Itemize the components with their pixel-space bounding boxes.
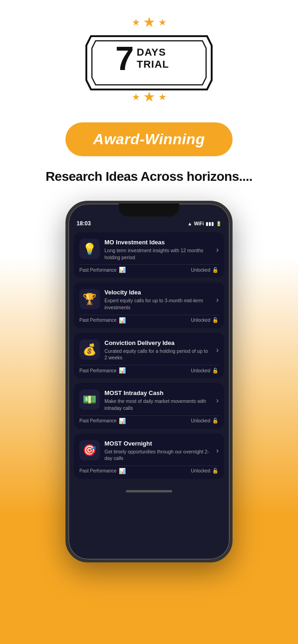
bar-chart-icon-1: 📊 <box>119 267 126 273</box>
badge-section: ★ ★ ★ 7 DAYS TRIAL ★ ★ ★ <box>0 0 298 107</box>
bulb-icon: 💡 <box>83 242 97 255</box>
trial-badge: ★ ★ ★ 7 DAYS TRIAL ★ ★ ★ <box>82 14 216 107</box>
bar-chart-icon-3: 📊 <box>119 367 126 374</box>
unlocked-label-4: Unlocked <box>191 418 210 423</box>
overnight-desc: Get timely opportunities through our ove… <box>104 448 212 462</box>
phone-wrapper: 18:03 ▲ WiFi ▮▮▮ 🔋 💡 MO Investment Ideas… <box>0 201 298 576</box>
conviction-unlocked: Unlocked 🔓 <box>191 368 219 374</box>
mo-investment-title: MO Investment Ideas <box>104 239 212 246</box>
mo-unlocked: Unlocked 🔓 <box>191 267 219 273</box>
unlocked-label-1: Unlocked <box>191 268 210 273</box>
card-overnight[interactable]: 🎯 MOST Overnight Get timely opportunitie… <box>74 434 224 479</box>
intraday-content: MOST Intraday Cash Make the most of dail… <box>104 389 212 411</box>
lock-icon-4: 🔓 <box>212 418 219 424</box>
card-conviction[interactable]: 💰 Conviction Delivery Idea Curated equit… <box>74 333 224 378</box>
signal-icon: ▮▮▮ <box>206 221 214 226</box>
target-icon: 🎯 <box>83 444 97 457</box>
cards-list: 💡 MO Investment Ideas Long term investme… <box>68 229 230 483</box>
star-bottom-center: ★ <box>143 89 155 105</box>
overnight-icon: 🎯 <box>79 440 100 460</box>
lock-icon-5: 🔓 <box>212 468 219 474</box>
badge-number: 7 <box>116 42 134 75</box>
badge-stars-top: ★ ★ ★ <box>132 14 167 30</box>
past-perf-label-3: Past Performance <box>79 368 117 373</box>
award-winning-button[interactable]: Award-Winning <box>65 122 233 156</box>
intraday-icon: 💵 <box>79 389 100 410</box>
intraday-past-performance[interactable]: Past Performance 📊 <box>79 418 126 424</box>
overnight-unlocked: Unlocked 🔓 <box>191 468 219 474</box>
conviction-desc: Curated equity calls for a holding perio… <box>104 348 212 361</box>
bar-chart-icon-5: 📊 <box>119 468 126 474</box>
mo-investment-icon: 💡 <box>79 239 100 259</box>
velocity-title: Velocity Idea <box>104 289 212 296</box>
conviction-chevron: › <box>216 346 219 354</box>
intraday-unlocked: Unlocked 🔓 <box>191 418 219 424</box>
velocity-chevron: › <box>216 296 219 304</box>
trophy-icon: 🏆 <box>83 293 97 306</box>
badge-days-trial: DAYS TRIAL <box>137 46 183 71</box>
intraday-chevron: › <box>216 396 219 405</box>
badge-inner-text: 7 DAYS TRIAL <box>116 42 183 75</box>
overnight-past-performance[interactable]: Past Performance 📊 <box>79 468 126 474</box>
conviction-past-performance[interactable]: Past Performance 📊 <box>79 367 126 374</box>
intraday-title: MOST Intraday Cash <box>104 389 212 396</box>
network-icon: ▲ <box>188 221 192 226</box>
lock-icon-2: 🔓 <box>212 317 219 323</box>
money-bag-icon: 💰 <box>83 343 97 356</box>
unlocked-label-2: Unlocked <box>191 318 210 323</box>
status-bar: 18:03 ▲ WiFi ▮▮▮ 🔋 <box>68 217 230 229</box>
star-large-center: ★ <box>143 14 155 30</box>
mo-investment-content: MO Investment Ideas Long term investment… <box>104 239 212 261</box>
cash-icon: 💵 <box>83 393 97 406</box>
mo-past-performance[interactable]: Past Performance 📊 <box>79 267 126 273</box>
past-perf-label-5: Past Performance <box>79 468 117 473</box>
overnight-title: MOST Overnight <box>104 440 212 447</box>
past-perf-label-1: Past Performance <box>79 268 117 273</box>
conviction-title: Conviction Delivery Idea <box>104 339 212 346</box>
conviction-icon: 💰 <box>79 339 100 360</box>
status-time: 18:03 <box>77 220 91 227</box>
mo-investment-chevron: › <box>216 246 219 254</box>
star-bottom-left: ★ <box>132 91 140 102</box>
lock-icon-3: 🔓 <box>212 368 219 374</box>
bar-chart-icon-2: 📊 <box>119 317 126 324</box>
intraday-desc: Make the most of daily market movements … <box>104 398 212 411</box>
phone-home-indicator <box>126 490 172 492</box>
status-icons: ▲ WiFi ▮▮▮ 🔋 <box>188 221 221 226</box>
unlocked-label-5: Unlocked <box>191 468 210 473</box>
velocity-past-performance[interactable]: Past Performance 📊 <box>79 317 126 324</box>
badge-stars-bottom: ★ ★ ★ <box>132 89 167 105</box>
lock-icon-1: 🔓 <box>212 267 219 273</box>
wifi-icon: WiFi <box>194 221 204 226</box>
velocity-content: Velocity Idea Expert equity calls for up… <box>104 289 212 311</box>
card-intraday[interactable]: 💵 MOST Intraday Cash Make the most of da… <box>74 383 224 428</box>
star-small-left: ★ <box>132 17 140 28</box>
past-perf-label-2: Past Performance <box>79 318 117 323</box>
overnight-chevron: › <box>216 446 219 455</box>
phone-notch <box>119 204 179 217</box>
star-small-right: ★ <box>158 17 167 28</box>
velocity-desc: Expert equity calls for up to 3-month mi… <box>104 297 212 311</box>
bar-chart-icon-4: 📊 <box>119 418 126 424</box>
conviction-content: Conviction Delivery Idea Curated equity … <box>104 339 212 361</box>
phone-mockup: 18:03 ▲ WiFi ▮▮▮ 🔋 💡 MO Investment Ideas… <box>65 201 233 562</box>
star-bottom-right: ★ <box>158 91 167 102</box>
overnight-content: MOST Overnight Get timely opportunities … <box>104 440 212 462</box>
card-mo-investment[interactable]: 💡 MO Investment Ideas Long term investme… <box>74 232 224 278</box>
unlocked-label-3: Unlocked <box>191 368 210 373</box>
battery-icon: 🔋 <box>216 221 221 226</box>
velocity-icon: 🏆 <box>79 289 100 309</box>
past-perf-label-4: Past Performance <box>79 418 117 423</box>
velocity-unlocked: Unlocked 🔓 <box>191 317 219 323</box>
mo-investment-desc: Long term investment insights with 12 mo… <box>104 247 212 261</box>
headline-text: Research Ideas Across horizons.... <box>14 169 284 184</box>
card-velocity-idea[interactable]: 🏆 Velocity Idea Expert equity calls for … <box>74 282 224 328</box>
